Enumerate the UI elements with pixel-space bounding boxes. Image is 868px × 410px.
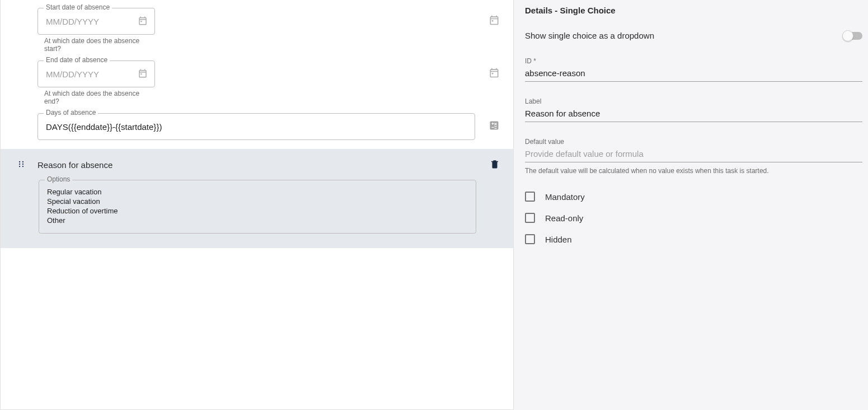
label-field: Label [525,97,862,122]
label-input[interactable] [525,106,862,122]
start-date-label: Start date of absence [44,3,112,11]
readonly-check-row[interactable]: Read-only [525,213,862,223]
end-date-helper: At which date does the absence end? [44,90,155,105]
dropdown-toggle-row: Show single choice as a dropdown [525,31,862,40]
start-date-helper: At which date does the absence start? [44,37,155,53]
option-item: Regular vacation [47,187,468,197]
details-title: Details - Single Choice [525,6,862,15]
hidden-label: Hidden [545,235,572,244]
svg-rect-4 [490,122,499,130]
default-value-helper: The default value will be calculated whe… [525,167,862,175]
calendar-icon[interactable] [138,16,148,27]
svg-point-6 [19,164,20,165]
option-item: Special vacation [47,197,468,206]
end-date-row: End date of absence At which date does t… [1,60,513,113]
start-date-input-wrap[interactable]: Start date of absence [37,8,155,35]
label-label: Label [525,97,862,105]
start-date-input[interactable] [45,16,133,27]
svg-point-8 [22,161,24,162]
svg-point-7 [19,166,20,167]
start-date-row: Start date of absence At which date does… [1,0,513,60]
option-item: Reduction of overtime [47,206,468,216]
days-row: Days of absence [1,113,513,140]
drag-handle-icon[interactable] [17,160,25,170]
hidden-check-row[interactable]: Hidden [525,234,862,244]
svg-rect-2 [140,73,142,74]
end-date-input-wrap[interactable]: End date of absence [37,60,155,87]
checkbox-icon[interactable] [525,213,535,223]
date-field-type-icon [489,15,500,27]
id-label: ID * [525,57,862,65]
single-choice-header: Reason for absence [17,159,500,171]
options-label: Options [45,175,72,183]
svg-point-9 [22,164,24,165]
mandatory-check-row[interactable]: Mandatory [525,192,862,202]
single-choice-title: Reason for absence [37,160,477,170]
form-canvas: Start date of absence At which date does… [0,0,514,410]
svg-rect-0 [140,21,142,22]
svg-point-5 [19,161,20,162]
details-panel: Details - Single Choice Show single choi… [514,0,868,410]
readonly-label: Read-only [545,213,583,223]
calendar-icon[interactable] [138,68,148,80]
formula-field-type-icon [489,120,500,133]
svg-point-10 [22,166,24,167]
svg-rect-1 [492,20,494,22]
delete-icon[interactable] [490,159,500,171]
days-label: Days of absence [44,109,98,117]
days-input-wrap[interactable]: Days of absence [37,113,475,140]
single-choice-block[interactable]: Reason for absence Options Regular vacat… [1,149,513,248]
date-field-type-icon [489,67,500,80]
end-date-input[interactable] [45,69,133,80]
default-value-field: Default value [525,138,862,162]
end-date-label: End date of absence [44,56,110,64]
default-value-input[interactable] [525,147,862,162]
checkbox-icon[interactable] [525,234,535,244]
svg-rect-3 [492,73,494,74]
dropdown-toggle-switch[interactable] [843,32,862,40]
id-field: ID * [525,57,862,82]
checkbox-icon[interactable] [525,192,535,202]
days-input[interactable] [45,122,468,132]
option-item: Other [47,216,468,225]
options-box[interactable]: Options Regular vacation Special vacatio… [39,180,476,234]
default-value-label: Default value [525,138,862,146]
id-input[interactable] [525,66,862,82]
app-root: Start date of absence At which date does… [0,0,868,410]
dropdown-toggle-label: Show single choice as a dropdown [525,31,654,40]
mandatory-label: Mandatory [545,192,585,202]
